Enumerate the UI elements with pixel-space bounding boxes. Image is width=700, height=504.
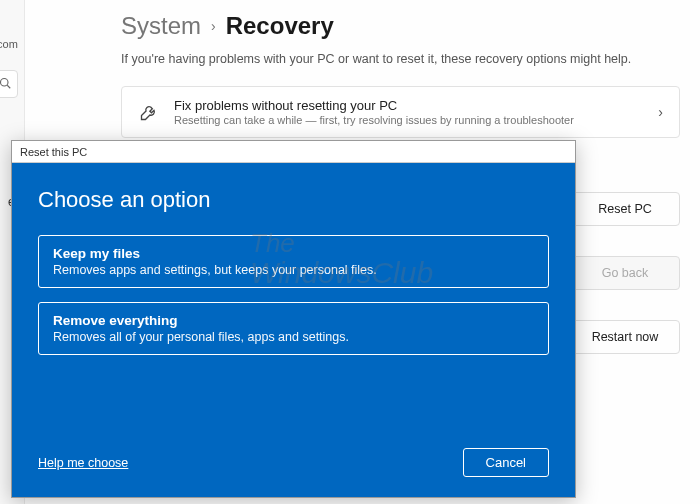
dialog-titlebar: Reset this PC <box>12 141 575 163</box>
option-desc: Removes apps and settings, but keeps you… <box>53 263 534 277</box>
restart-now-button[interactable]: Restart now <box>570 320 680 354</box>
option-remove-everything[interactable]: Remove everything Removes all of your pe… <box>38 302 549 355</box>
recovery-actions: Reset PC Go back Restart now <box>570 192 680 354</box>
go-back-button[interactable]: Go back <box>570 256 680 290</box>
search-input[interactable] <box>0 70 18 98</box>
option-title: Keep my files <box>53 246 534 261</box>
search-icon <box>0 77 11 92</box>
partial-text: ive.com <box>0 38 18 50</box>
svg-line-1 <box>7 85 10 88</box>
fix-problems-card[interactable]: Fix problems without resetting your PC R… <box>121 86 680 138</box>
fix-card-title: Fix problems without resetting your PC <box>174 98 644 113</box>
option-keep-my-files[interactable]: Keep my files Removes apps and settings,… <box>38 235 549 288</box>
page-subheading: If you're having problems with your PC o… <box>121 52 631 66</box>
cancel-button[interactable]: Cancel <box>463 448 549 477</box>
option-title: Remove everything <box>53 313 534 328</box>
breadcrumb-parent[interactable]: System <box>121 12 201 40</box>
reset-pc-button[interactable]: Reset PC <box>570 192 680 226</box>
wrench-icon <box>138 101 160 123</box>
chevron-right-icon: › <box>211 18 216 34</box>
chevron-right-icon: › <box>658 104 663 120</box>
dialog-body: Choose an option Keep my files Removes a… <box>12 163 575 497</box>
svg-point-0 <box>1 78 9 86</box>
reset-this-pc-dialog: Reset this PC Choose an option Keep my f… <box>11 140 576 498</box>
help-me-choose-link[interactable]: Help me choose <box>38 456 128 470</box>
breadcrumb-current: Recovery <box>226 12 334 40</box>
fix-card-subtitle: Resetting can take a while — first, try … <box>174 114 644 126</box>
breadcrumb: System › Recovery <box>121 12 334 40</box>
dialog-heading: Choose an option <box>38 187 549 213</box>
option-desc: Removes all of your personal files, apps… <box>53 330 534 344</box>
